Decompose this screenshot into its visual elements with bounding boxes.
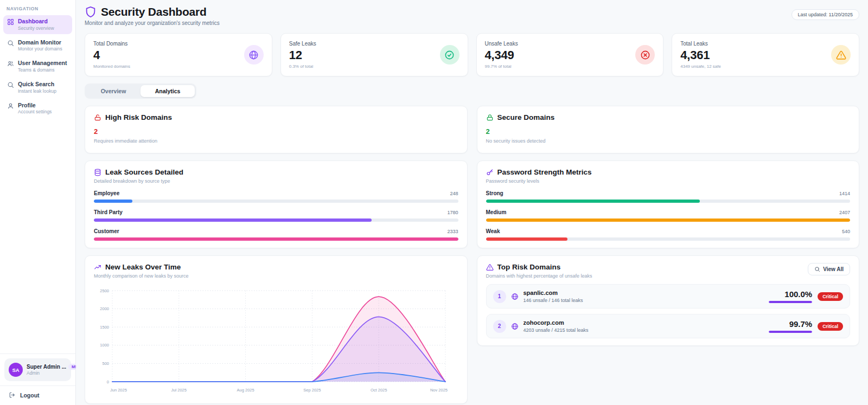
stats-row: Total Domains 4 Monitored domains Safe L… xyxy=(85,33,859,76)
tab-analytics[interactable]: Analytics xyxy=(141,85,195,97)
tab-overview[interactable]: Overview xyxy=(86,85,141,97)
rank-badge: 2 xyxy=(493,320,506,333)
sidebar-item-user-management[interactable]: User Management Teams & domains xyxy=(3,57,72,76)
bar-row-customer: Customer2333 xyxy=(94,228,458,241)
bar-row-strong: Strong1414 xyxy=(486,190,851,203)
percent-fill xyxy=(769,301,812,303)
sidebar-item-quick-search[interactable]: Quick Search Instant leak lookup xyxy=(3,78,72,97)
domain-row-spanlic[interactable]: 1 spanlic.com 146 unsafe / 146 total lea… xyxy=(486,284,851,308)
bar-value: 2407 xyxy=(839,210,850,215)
progress-fill xyxy=(94,237,458,241)
progress-track xyxy=(94,237,458,241)
stat-card-total-leaks: Total Leaks 4,361 4349 unsafe, 12 safe xyxy=(672,33,859,76)
trending-up-icon xyxy=(94,263,101,271)
x-circle-icon xyxy=(635,45,655,65)
svg-text:Jun 2025: Jun 2025 xyxy=(110,388,127,393)
percent-fill xyxy=(769,331,812,333)
stat-sub: Monitored domains xyxy=(93,64,130,69)
sidebar-item-sublabel: Security overview xyxy=(18,25,54,31)
sidebar-item-domain-monitor[interactable]: Domain Monitor Monitor your domains xyxy=(3,36,72,55)
database-icon xyxy=(94,169,101,176)
progress-track xyxy=(486,200,851,203)
logout-icon xyxy=(9,391,16,398)
stat-value: 4,349 xyxy=(485,48,518,62)
user-card[interactable]: SA Super Admin ... MSP Admin xyxy=(4,358,71,381)
card-sub: Monthly comparison of new leaks by sourc… xyxy=(94,273,458,279)
user-role: Admin xyxy=(27,370,84,376)
stat-card-unsafe-leaks: Unsafe Leaks 4,349 99.7% of total xyxy=(476,33,664,76)
domain-name: zohocorp.com xyxy=(524,319,589,326)
stat-card-total-domains: Total Domains 4 Monitored domains xyxy=(85,33,272,76)
domain-row-zohocorp[interactable]: 2 zohocorp.com 4203 unsafe / 4215 total … xyxy=(486,314,851,338)
svg-text:500: 500 xyxy=(102,361,109,366)
key-icon xyxy=(486,169,494,176)
unlock-icon xyxy=(94,114,101,121)
card-title: Password Strength Metrics xyxy=(497,168,592,176)
card-title: High Risk Domains xyxy=(105,113,172,121)
leak-sources-card: Leak Sources Detailed Detailed breakdown… xyxy=(85,160,468,248)
secure-domains-card: Secure Domains 2 No security issues dete… xyxy=(477,106,860,153)
card-sub: Password security levels xyxy=(486,178,851,184)
high-risk-domains-card: High Risk Domains 2 Requires immediate a… xyxy=(85,106,468,153)
card-sub: Detailed breakdown by source type xyxy=(94,178,458,184)
avatar: SA xyxy=(9,363,23,377)
progress-track xyxy=(486,237,851,241)
new-leaks-chart-card: New Leaks Over Time Monthly comparison o… xyxy=(85,255,468,404)
stat-label: Safe Leaks xyxy=(289,41,316,47)
users-icon xyxy=(7,60,14,67)
bar-value: 1780 xyxy=(447,210,458,215)
sidebar: NAVIGATION Dashboard Security overview D… xyxy=(0,0,76,405)
card-title: New Leaks Over Time xyxy=(105,263,181,271)
sidebar-footer: SA Super Admin ... MSP Admin Logout xyxy=(0,353,75,405)
search-icon xyxy=(814,266,820,272)
bar-value: 248 xyxy=(450,191,458,196)
line-chart: 05001000150020002500Jun 2025Jul 2025Aug … xyxy=(94,284,458,399)
domain-detail: 146 unsafe / 146 total leaks xyxy=(524,298,583,303)
card-sub: Requires immediate attention xyxy=(94,138,458,144)
status-badge: Critical xyxy=(818,292,843,301)
page-title: Security Dashboard xyxy=(101,5,207,18)
globe-icon xyxy=(511,293,519,300)
sidebar-item-sublabel: Teams & domains xyxy=(18,67,67,73)
view-all-button[interactable]: View All xyxy=(808,263,850,275)
sidebar-item-label: Domain Monitor xyxy=(18,39,62,47)
svg-text:Oct 2025: Oct 2025 xyxy=(371,388,387,393)
high-risk-count: 2 xyxy=(94,127,458,136)
app-root: NAVIGATION Dashboard Security overview D… xyxy=(0,0,868,405)
svg-text:2000: 2000 xyxy=(100,306,109,311)
check-circle-icon xyxy=(440,45,459,65)
shield-icon xyxy=(85,6,97,18)
grid-icon xyxy=(7,18,14,25)
sidebar-item-profile[interactable]: Profile Account settings xyxy=(3,99,72,118)
sidebar-item-sublabel: Monitor your domains xyxy=(18,46,62,52)
top-risk-domains-card: Top Risk Domains Domains with highest pe… xyxy=(477,255,860,346)
search-icon xyxy=(7,81,14,88)
status-badge: Critical xyxy=(818,322,843,331)
bar-label: Third Party xyxy=(94,209,123,215)
bar-label: Medium xyxy=(486,209,507,215)
stat-label: Total Domains xyxy=(93,41,130,47)
progress-fill xyxy=(94,218,372,222)
view-all-label: View All xyxy=(823,266,844,272)
svg-text:0: 0 xyxy=(107,380,109,384)
svg-text:Nov 2025: Nov 2025 xyxy=(430,388,448,393)
stat-sub: 99.7% of total xyxy=(485,64,518,69)
stat-label: Total Leaks xyxy=(680,41,721,47)
stat-label: Unsafe Leaks xyxy=(485,41,518,47)
domain-name: spanlic.com xyxy=(524,290,583,296)
logout-button[interactable]: Logout xyxy=(0,385,75,405)
stat-value: 4 xyxy=(93,48,130,62)
unsafe-percent: 99.7% xyxy=(789,319,813,329)
view-tabs: Overview Analytics xyxy=(85,83,196,99)
bar-label: Strong xyxy=(486,190,503,196)
progress-fill xyxy=(486,200,700,203)
progress-fill xyxy=(486,237,568,241)
progress-fill xyxy=(94,200,132,203)
sidebar-item-label: Quick Search xyxy=(18,81,56,88)
lock-icon xyxy=(486,114,494,121)
globe-icon xyxy=(244,45,264,65)
user-icon xyxy=(7,102,14,110)
bar-value: 2333 xyxy=(447,229,458,234)
sidebar-item-dashboard[interactable]: Dashboard Security overview xyxy=(3,15,72,34)
nav-section-label: NAVIGATION xyxy=(0,0,75,14)
